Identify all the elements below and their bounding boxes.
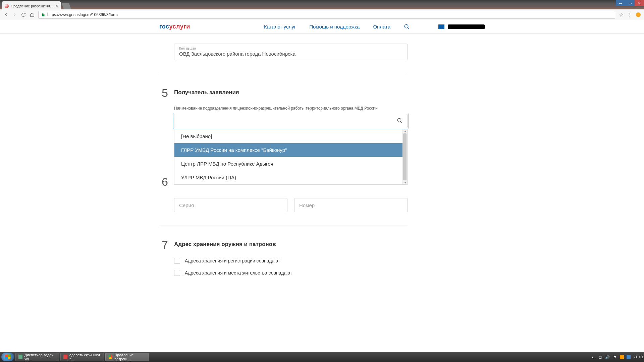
divider [159, 74, 408, 74]
series-input[interactable] [174, 198, 287, 212]
section-7-header: 7 Адрес хранения оружия и патронов [174, 241, 408, 248]
recipient-dropdown[interactable]: [Не выбрано] ГЛРР УМВД России на комплек… [174, 129, 408, 185]
url-field[interactable]: https://www.gosuslugi.ru/106396/3/form [38, 11, 615, 19]
window-controls: — ▭ ✕ [616, 0, 644, 6]
series-number-row [174, 198, 408, 212]
divider [159, 226, 408, 226]
section-5-number: 5 [158, 86, 168, 100]
maximize-button[interactable]: ▭ [625, 0, 635, 6]
bookmark-icon[interactable]: ☆ [619, 12, 624, 17]
checkbox-residence-match[interactable] [174, 270, 180, 276]
checkbox-label-1: Адреса хранения и регистрации совпадают [185, 258, 280, 263]
section-6-number: 6 [158, 175, 168, 188]
logo[interactable]: госуслуги [159, 23, 190, 30]
section-5-field-label: Наименование подразделения лицензионно-р… [174, 106, 408, 111]
nav-links: Каталог услуг Помощь и поддержка Оплата [264, 24, 390, 29]
search-icon[interactable] [397, 118, 403, 124]
section-7-title: Адрес хранения оружия и патронов [174, 241, 276, 248]
favicon-icon [5, 4, 9, 8]
address-bar: https://www.gosuslugi.ru/106396/3/form ☆… [0, 9, 644, 20]
nav-catalog[interactable]: Каталог услуг [264, 24, 296, 29]
dropdown-option-adygea[interactable]: Центр ЛРР МВД по Республике Адыгея [174, 157, 407, 171]
issued-by-value: ОВД Заельцовского района города Новосиби… [179, 51, 402, 57]
issued-by-field[interactable]: Кем выдан ОВД Заельцовского района город… [174, 44, 408, 60]
profile-icon[interactable] [636, 12, 641, 17]
checkbox-label-2: Адреса хранения и места жительства совпа… [185, 270, 292, 276]
close-window-button[interactable]: ✕ [635, 0, 644, 6]
user-name-redacted[interactable] [448, 24, 485, 29]
checkbox-row-1: Адреса хранения и регистрации совпадают [174, 258, 408, 264]
home-button[interactable] [30, 12, 35, 17]
checkbox-registration-match[interactable] [174, 258, 180, 264]
lock-icon [41, 13, 45, 17]
recipient-search-input[interactable] [174, 114, 408, 128]
site-header: госуслуги Каталог услуг Помощь и поддерж… [0, 20, 644, 34]
nav-payment[interactable]: Оплата [373, 24, 390, 29]
section-5-header: 5 Получатель заявления [174, 89, 408, 96]
browser-tab[interactable]: Продление разрешени… × [2, 1, 61, 9]
minimize-button[interactable]: — [616, 0, 625, 6]
reload-button[interactable] [21, 12, 26, 17]
number-input[interactable] [294, 198, 408, 212]
header-search-icon[interactable] [404, 24, 410, 30]
tab-close-icon[interactable]: × [56, 4, 58, 8]
back-button[interactable] [3, 12, 9, 17]
dropdown-option-none[interactable]: [Не выбрано] [174, 129, 407, 143]
dropdown-option-baikonur[interactable]: ГЛРР УМВД России на комплексе "Байконур" [174, 143, 407, 157]
issued-by-label: Кем выдан [179, 47, 402, 50]
nav-help[interactable]: Помощь и поддержка [309, 24, 360, 29]
scrollbar-thumb[interactable] [403, 133, 407, 180]
forward-button[interactable] [12, 12, 17, 17]
dropdown-option-ulrr[interactable]: УЛРР МВД России (ЦА) [174, 171, 407, 184]
section-5-title: Получатель заявления [174, 89, 239, 96]
tab-strip: Продление разрешени… × — ▭ ✕ [0, 0, 644, 9]
url-text: https://www.gosuslugi.ru/106396/3/form [47, 12, 118, 17]
browser-menu-icon[interactable]: ⋮ [627, 12, 633, 17]
dropdown-scrollbar[interactable] [402, 129, 407, 184]
page-content: Кем выдан ОВД Заельцовского района город… [159, 44, 485, 276]
svg-point-1 [397, 118, 401, 122]
svg-point-0 [405, 24, 408, 28]
tab-title: Продление разрешени… [11, 4, 54, 8]
recipient-search-field[interactable] [174, 114, 408, 128]
checkbox-row-2: Адреса хранения и места жительства совпа… [174, 270, 408, 276]
mail-icon[interactable] [438, 24, 444, 29]
section-7-number: 7 [158, 238, 168, 251]
browser-chrome: Продление разрешени… × — ▭ ✕ https://www… [0, 0, 644, 20]
